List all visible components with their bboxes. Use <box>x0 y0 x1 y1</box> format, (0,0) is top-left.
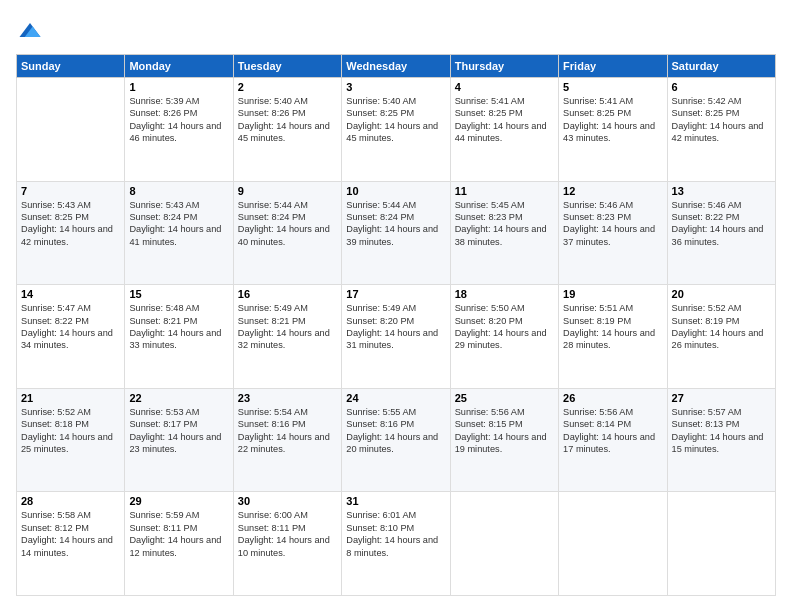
calendar-header: SundayMondayTuesdayWednesdayThursdayFrid… <box>17 55 776 78</box>
calendar-cell <box>667 492 775 596</box>
day-number: 31 <box>346 495 445 507</box>
calendar-cell: 30Sunrise: 6:00 AMSunset: 8:11 PMDayligh… <box>233 492 341 596</box>
header-row: SundayMondayTuesdayWednesdayThursdayFrid… <box>17 55 776 78</box>
day-details: Sunrise: 5:46 AMSunset: 8:23 PMDaylight:… <box>563 199 662 249</box>
day-details: Sunrise: 5:47 AMSunset: 8:22 PMDaylight:… <box>21 302 120 352</box>
calendar-cell: 21Sunrise: 5:52 AMSunset: 8:18 PMDayligh… <box>17 388 125 492</box>
day-number: 14 <box>21 288 120 300</box>
day-details: Sunrise: 6:01 AMSunset: 8:10 PMDaylight:… <box>346 509 445 559</box>
day-header-monday: Monday <box>125 55 233 78</box>
day-details: Sunrise: 5:57 AMSunset: 8:13 PMDaylight:… <box>672 406 771 456</box>
calendar-cell: 24Sunrise: 5:55 AMSunset: 8:16 PMDayligh… <box>342 388 450 492</box>
day-number: 7 <box>21 185 120 197</box>
calendar-cell: 2Sunrise: 5:40 AMSunset: 8:26 PMDaylight… <box>233 78 341 182</box>
calendar-cell <box>17 78 125 182</box>
day-details: Sunrise: 5:44 AMSunset: 8:24 PMDaylight:… <box>238 199 337 249</box>
week-row-0: 1Sunrise: 5:39 AMSunset: 8:26 PMDaylight… <box>17 78 776 182</box>
day-header-sunday: Sunday <box>17 55 125 78</box>
day-number: 16 <box>238 288 337 300</box>
day-details: Sunrise: 5:41 AMSunset: 8:25 PMDaylight:… <box>563 95 662 145</box>
day-number: 18 <box>455 288 554 300</box>
day-details: Sunrise: 5:43 AMSunset: 8:24 PMDaylight:… <box>129 199 228 249</box>
week-row-3: 21Sunrise: 5:52 AMSunset: 8:18 PMDayligh… <box>17 388 776 492</box>
day-number: 17 <box>346 288 445 300</box>
day-number: 15 <box>129 288 228 300</box>
calendar-cell <box>559 492 667 596</box>
day-details: Sunrise: 5:59 AMSunset: 8:11 PMDaylight:… <box>129 509 228 559</box>
day-details: Sunrise: 5:52 AMSunset: 8:19 PMDaylight:… <box>672 302 771 352</box>
calendar-cell: 14Sunrise: 5:47 AMSunset: 8:22 PMDayligh… <box>17 285 125 389</box>
calendar-cell: 15Sunrise: 5:48 AMSunset: 8:21 PMDayligh… <box>125 285 233 389</box>
calendar-cell: 28Sunrise: 5:58 AMSunset: 8:12 PMDayligh… <box>17 492 125 596</box>
day-details: Sunrise: 5:58 AMSunset: 8:12 PMDaylight:… <box>21 509 120 559</box>
day-details: Sunrise: 5:56 AMSunset: 8:14 PMDaylight:… <box>563 406 662 456</box>
calendar-cell: 26Sunrise: 5:56 AMSunset: 8:14 PMDayligh… <box>559 388 667 492</box>
day-details: Sunrise: 5:52 AMSunset: 8:18 PMDaylight:… <box>21 406 120 456</box>
day-details: Sunrise: 5:39 AMSunset: 8:26 PMDaylight:… <box>129 95 228 145</box>
calendar-cell: 12Sunrise: 5:46 AMSunset: 8:23 PMDayligh… <box>559 181 667 285</box>
day-number: 20 <box>672 288 771 300</box>
calendar-cell: 19Sunrise: 5:51 AMSunset: 8:19 PMDayligh… <box>559 285 667 389</box>
day-number: 27 <box>672 392 771 404</box>
day-details: Sunrise: 5:50 AMSunset: 8:20 PMDaylight:… <box>455 302 554 352</box>
day-header-friday: Friday <box>559 55 667 78</box>
day-details: Sunrise: 6:00 AMSunset: 8:11 PMDaylight:… <box>238 509 337 559</box>
calendar-cell: 25Sunrise: 5:56 AMSunset: 8:15 PMDayligh… <box>450 388 558 492</box>
day-number: 9 <box>238 185 337 197</box>
day-header-tuesday: Tuesday <box>233 55 341 78</box>
calendar-cell: 31Sunrise: 6:01 AMSunset: 8:10 PMDayligh… <box>342 492 450 596</box>
calendar-cell: 22Sunrise: 5:53 AMSunset: 8:17 PMDayligh… <box>125 388 233 492</box>
day-number: 23 <box>238 392 337 404</box>
day-header-thursday: Thursday <box>450 55 558 78</box>
calendar-table: SundayMondayTuesdayWednesdayThursdayFrid… <box>16 54 776 596</box>
day-details: Sunrise: 5:43 AMSunset: 8:25 PMDaylight:… <box>21 199 120 249</box>
calendar-cell: 10Sunrise: 5:44 AMSunset: 8:24 PMDayligh… <box>342 181 450 285</box>
day-details: Sunrise: 5:41 AMSunset: 8:25 PMDaylight:… <box>455 95 554 145</box>
calendar-cell: 23Sunrise: 5:54 AMSunset: 8:16 PMDayligh… <box>233 388 341 492</box>
calendar-cell: 11Sunrise: 5:45 AMSunset: 8:23 PMDayligh… <box>450 181 558 285</box>
day-number: 25 <box>455 392 554 404</box>
calendar-cell: 4Sunrise: 5:41 AMSunset: 8:25 PMDaylight… <box>450 78 558 182</box>
calendar-cell: 13Sunrise: 5:46 AMSunset: 8:22 PMDayligh… <box>667 181 775 285</box>
header <box>16 16 776 44</box>
calendar-cell: 18Sunrise: 5:50 AMSunset: 8:20 PMDayligh… <box>450 285 558 389</box>
week-row-2: 14Sunrise: 5:47 AMSunset: 8:22 PMDayligh… <box>17 285 776 389</box>
day-number: 13 <box>672 185 771 197</box>
calendar-cell: 17Sunrise: 5:49 AMSunset: 8:20 PMDayligh… <box>342 285 450 389</box>
day-number: 10 <box>346 185 445 197</box>
calendar-cell: 20Sunrise: 5:52 AMSunset: 8:19 PMDayligh… <box>667 285 775 389</box>
day-details: Sunrise: 5:40 AMSunset: 8:26 PMDaylight:… <box>238 95 337 145</box>
page: SundayMondayTuesdayWednesdayThursdayFrid… <box>0 0 792 612</box>
calendar-cell <box>450 492 558 596</box>
day-details: Sunrise: 5:46 AMSunset: 8:22 PMDaylight:… <box>672 199 771 249</box>
day-number: 6 <box>672 81 771 93</box>
calendar-cell: 9Sunrise: 5:44 AMSunset: 8:24 PMDaylight… <box>233 181 341 285</box>
day-number: 21 <box>21 392 120 404</box>
calendar-cell: 29Sunrise: 5:59 AMSunset: 8:11 PMDayligh… <box>125 492 233 596</box>
day-details: Sunrise: 5:40 AMSunset: 8:25 PMDaylight:… <box>346 95 445 145</box>
day-number: 11 <box>455 185 554 197</box>
day-number: 24 <box>346 392 445 404</box>
day-details: Sunrise: 5:48 AMSunset: 8:21 PMDaylight:… <box>129 302 228 352</box>
day-details: Sunrise: 5:49 AMSunset: 8:21 PMDaylight:… <box>238 302 337 352</box>
day-number: 5 <box>563 81 662 93</box>
day-number: 28 <box>21 495 120 507</box>
day-number: 29 <box>129 495 228 507</box>
day-details: Sunrise: 5:53 AMSunset: 8:17 PMDaylight:… <box>129 406 228 456</box>
calendar-cell: 5Sunrise: 5:41 AMSunset: 8:25 PMDaylight… <box>559 78 667 182</box>
day-details: Sunrise: 5:55 AMSunset: 8:16 PMDaylight:… <box>346 406 445 456</box>
day-details: Sunrise: 5:42 AMSunset: 8:25 PMDaylight:… <box>672 95 771 145</box>
week-row-4: 28Sunrise: 5:58 AMSunset: 8:12 PMDayligh… <box>17 492 776 596</box>
day-number: 26 <box>563 392 662 404</box>
day-number: 12 <box>563 185 662 197</box>
day-number: 19 <box>563 288 662 300</box>
day-number: 22 <box>129 392 228 404</box>
day-header-wednesday: Wednesday <box>342 55 450 78</box>
logo <box>16 16 48 44</box>
calendar-cell: 1Sunrise: 5:39 AMSunset: 8:26 PMDaylight… <box>125 78 233 182</box>
logo-icon <box>16 16 44 44</box>
calendar-cell: 27Sunrise: 5:57 AMSunset: 8:13 PMDayligh… <box>667 388 775 492</box>
calendar-cell: 16Sunrise: 5:49 AMSunset: 8:21 PMDayligh… <box>233 285 341 389</box>
day-number: 2 <box>238 81 337 93</box>
day-details: Sunrise: 5:51 AMSunset: 8:19 PMDaylight:… <box>563 302 662 352</box>
